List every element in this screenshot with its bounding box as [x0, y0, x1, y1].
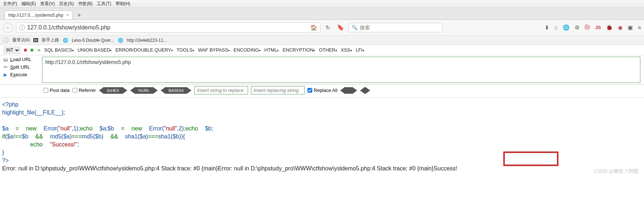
code-token: $a: [7, 133, 13, 140]
highlight-box: [503, 152, 558, 166]
code-token: $a: [2, 125, 9, 132]
code-token: __FILE__: [36, 109, 61, 116]
replace-go-button[interactable]: [340, 87, 357, 94]
menu-help[interactable]: 帮助(H): [116, 1, 131, 7]
execute-button[interactable]: ▶Execute: [3, 72, 38, 77]
back-button[interactable]: ←: [3, 23, 13, 33]
menu-icon[interactable]: ≡: [638, 24, 641, 31]
page-content: <?php highlight_file(__FILE__); $a = new…: [0, 98, 644, 175]
arrow-icon[interactable]: ➔: [37, 48, 41, 53]
code-token: echo: [80, 125, 93, 132]
close-tab-icon[interactable]: ×: [66, 12, 69, 18]
base64-button[interactable]: BASE64: [161, 87, 192, 94]
badge-red-icon[interactable]: ◉: [618, 24, 623, 31]
code-token: $b: [108, 125, 114, 132]
bookmark-bar: 🕓 最常访问 m 新手上路 🌐 Less-5 Double Quer... 🌐 …: [0, 36, 644, 45]
menu-html[interactable]: HTML▾: [264, 47, 279, 53]
play-icon: ▶: [3, 72, 8, 77]
home-indicator-icon: 🏠: [310, 24, 317, 31]
menu-xss[interactable]: XSS▾: [341, 47, 352, 53]
code-token: $a: [140, 133, 146, 140]
hackbar-actions: 🖴LLoad URLoad URL ✂Split URL ▶Execute: [0, 55, 41, 84]
menu-error-double[interactable]: ERROR/DOUBLE QUERY▾: [115, 47, 173, 53]
replace-all-checkbox[interactable]: Replace All: [307, 88, 337, 93]
panel-icon[interactable]: ▣: [628, 24, 633, 31]
split-icon: ✂: [3, 64, 8, 70]
download-icon[interactable]: ⬇: [545, 24, 549, 31]
post-data-checkbox[interactable]: Post data: [44, 88, 70, 93]
record-icon[interactable]: [24, 49, 27, 52]
menu-edit[interactable]: 编辑(E): [21, 1, 36, 7]
code-token: $b: [95, 133, 102, 140]
globe-dark-icon[interactable]: 🌐: [563, 24, 570, 31]
tab-bar: http://127.0..../ysldemo5.php × +: [0, 8, 644, 20]
code-token: Error: [44, 125, 57, 132]
menu-encoding[interactable]: ENCODING▾: [234, 47, 261, 53]
toolbar-right: ⬇ ⌂ 🌐 ⚙ Ⓝ JS 🐞 ◉ ▣ ≡: [545, 24, 641, 31]
browser-tab[interactable]: http://127.0..../ysldemo5.php ×: [4, 11, 73, 19]
code-token: $b: [22, 133, 28, 140]
code-token: "null": [58, 125, 71, 132]
bookmark-newbie[interactable]: 新手上路: [42, 37, 59, 43]
search-input[interactable]: [360, 25, 439, 31]
code-token: $b: [173, 133, 179, 140]
hex-button[interactable]: 0xHEX: [99, 87, 127, 94]
extension-icon[interactable]: 🔖: [335, 24, 346, 31]
hackbar-url-input[interactable]: http://127.0.0.1/ctfshow/ysldemo5.php: [42, 57, 640, 83]
search-box[interactable]: 🔍: [348, 23, 443, 32]
new-tab-button[interactable]: +: [75, 12, 83, 19]
menu-lfi[interactable]: LFI▾: [356, 47, 364, 53]
code-token: md5: [82, 133, 93, 140]
menu-history[interactable]: 历史(S): [59, 1, 74, 7]
code-token: new: [131, 125, 142, 132]
menu-encryption[interactable]: ENCRYPTION▾: [282, 47, 315, 53]
menu-waf-bypass[interactable]: WAF BYPASS▾: [198, 47, 230, 53]
split-url-button[interactable]: ✂Split URL: [3, 64, 38, 70]
menu-view[interactable]: 查看(V): [40, 1, 55, 7]
globe-icon: 🌐: [63, 38, 68, 43]
bug-icon[interactable]: 🐞: [606, 24, 613, 31]
code-line: highlight_file: [2, 109, 34, 116]
hackbar-menu: INT ➔ SQL BASICS▾ UNION BASED▾ ERROR/DOU…: [0, 45, 644, 55]
bookmark-most-visited[interactable]: 最常访问: [12, 37, 30, 43]
bookmark-ext[interactable]: http://2e4eb223-11...: [127, 38, 167, 43]
clear-button[interactable]: [360, 87, 370, 94]
replace-to-input[interactable]: [251, 86, 305, 94]
code-token: 2: [179, 125, 182, 132]
addon-icon[interactable]: ⚙: [575, 24, 579, 31]
mozilla-icon: m: [33, 38, 38, 42]
bookmark-star-icon[interactable]: 🕓: [3, 37, 9, 43]
replace-from-input[interactable]: [194, 86, 248, 94]
encoding-select[interactable]: INT: [4, 47, 20, 54]
url-input[interactable]: [27, 24, 308, 31]
noscript-icon[interactable]: Ⓝ: [585, 24, 590, 31]
code-token: &&: [35, 133, 43, 140]
tab-title: http://127.0..../ysldemo5.php: [8, 13, 63, 18]
menu-tools[interactable]: TOOLS▾: [177, 47, 194, 53]
info-icon[interactable]: i: [19, 25, 25, 31]
code-token: "null": [164, 125, 177, 132]
menu-bookmarks[interactable]: 书签(B): [78, 1, 92, 7]
url-box[interactable]: i 🏠: [16, 23, 321, 33]
load-url-button[interactable]: 🖴LLoad URLoad URL: [3, 57, 38, 62]
url-encode-button[interactable]: %URL: [130, 87, 158, 94]
menu-union-based[interactable]: UNION BASED▾: [78, 47, 112, 53]
code-token: md5: [50, 133, 61, 140]
referrer-checkbox[interactable]: Referrer: [73, 88, 96, 93]
code-token: "Success!": [50, 141, 77, 148]
menu-sql-basics[interactable]: SQL BASICS▾: [44, 47, 74, 53]
js-icon[interactable]: JS: [595, 25, 601, 30]
menu-other[interactable]: OTHER▾: [319, 47, 337, 53]
watermark: CSDN @网安？阿哲: [594, 167, 639, 175]
home-icon[interactable]: ⌂: [554, 24, 558, 31]
code-token: sha1: [125, 133, 138, 140]
code-token: &&: [110, 133, 118, 140]
code-token: Error: [149, 125, 162, 132]
bookmark-less5[interactable]: Less-5 Double Quer...: [72, 38, 114, 43]
hackbar-options: Post data Referrer 0xHEX %URL BASE64 Rep…: [0, 85, 644, 98]
code-token: ?>: [2, 157, 9, 163]
reload-button[interactable]: ↻: [323, 24, 333, 31]
menu-file[interactable]: 文件(F): [3, 1, 17, 7]
address-bar: ← i 🏠 ↻ 🔖 🔍 ⬇ ⌂ 🌐 ⚙ Ⓝ JS 🐞 ◉ ▣ ≡: [0, 20, 644, 36]
menu-tools[interactable]: 工具(T): [97, 1, 111, 7]
